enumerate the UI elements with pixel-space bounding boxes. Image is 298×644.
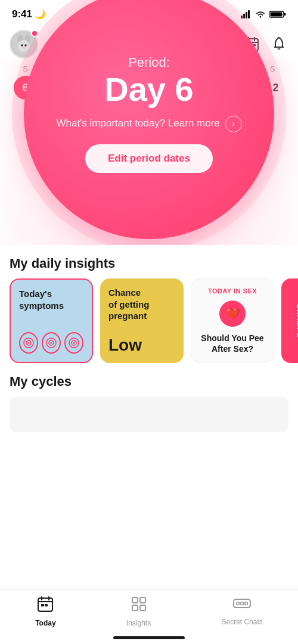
svg-point-12 xyxy=(21,44,23,47)
learn-more-text: What's important today? Learn more › xyxy=(56,116,241,132)
secret-chats-nav-icon xyxy=(232,597,252,615)
status-icons xyxy=(241,10,286,18)
cycles-placeholder xyxy=(10,397,288,432)
insights-nav-icon xyxy=(131,596,147,617)
day-big-label: Day 6 xyxy=(104,73,193,106)
cycles-section-title: My cycles xyxy=(0,363,298,397)
svg-point-27 xyxy=(28,342,30,344)
nav-secret-chats[interactable]: Secret Chats xyxy=(221,597,262,626)
pregnant-card-value: Low xyxy=(108,336,175,355)
symptom-icon-3 xyxy=(64,332,83,354)
moon-icon: 🌙 xyxy=(35,9,46,20)
symptoms-card[interactable]: Today's symptoms xyxy=(10,278,93,363)
bell-icon[interactable] xyxy=(269,35,288,54)
bottom-nav: Today Insights Secret Chats xyxy=(0,589,298,644)
symptoms-icons-row xyxy=(19,332,83,354)
outer-glow: Period: Day 6 What's important today? Le… xyxy=(12,0,286,251)
svg-point-47 xyxy=(245,602,248,605)
battery-icon xyxy=(269,10,286,18)
svg-rect-42 xyxy=(132,605,138,611)
svg-point-45 xyxy=(237,602,240,605)
svg-point-14 xyxy=(23,47,25,48)
today-nav-label: Today xyxy=(35,619,55,627)
svg-rect-41 xyxy=(140,597,145,603)
svg-point-33 xyxy=(73,342,75,344)
sex-card-heart-icon: ❤️ xyxy=(219,301,246,327)
svg-point-30 xyxy=(51,342,52,344)
insights-nav-label: Insights xyxy=(126,619,151,627)
svg-rect-39 xyxy=(45,604,48,606)
pregnant-card[interactable]: Chanceof gettingpregnant Low xyxy=(100,278,184,363)
today-nav-icon xyxy=(37,596,54,617)
daily-insights-title: My daily insights xyxy=(0,245,298,278)
period-label: Period: xyxy=(128,55,170,70)
svg-point-4 xyxy=(260,16,262,18)
symptom-icon-2 xyxy=(42,332,61,354)
symptoms-card-title: Today's symptoms xyxy=(19,288,83,311)
svg-rect-6 xyxy=(271,13,283,17)
wifi-icon xyxy=(255,10,266,18)
svg-rect-38 xyxy=(41,604,44,606)
svg-point-13 xyxy=(24,44,27,47)
cramps-card[interactable]: CRAMPS xyxy=(281,278,298,363)
svg-rect-7 xyxy=(284,13,286,16)
cramps-card-text: CRAMPS xyxy=(295,304,298,338)
svg-rect-3 xyxy=(248,10,250,18)
svg-point-46 xyxy=(241,602,244,605)
cycle-circle: Period: Day 6 What's important today? Le… xyxy=(24,0,274,239)
nav-today[interactable]: Today xyxy=(35,596,55,627)
home-indicator xyxy=(113,636,185,639)
sex-card-text: Should You Pee After Sex? xyxy=(200,333,265,354)
secret-chats-nav-label: Secret Chats xyxy=(221,618,262,626)
insights-cards-row: Today's symptoms xyxy=(0,278,298,363)
sex-card[interactable]: TODAY IN SEX ❤️ Should You Pee After Sex… xyxy=(191,278,274,363)
symptom-icon-1 xyxy=(19,332,38,354)
svg-rect-43 xyxy=(140,605,145,611)
status-time: 9:41 xyxy=(12,8,32,20)
svg-rect-40 xyxy=(132,597,138,603)
edit-period-button[interactable]: Edit period dates xyxy=(85,144,213,173)
nav-insights[interactable]: Insights xyxy=(126,596,151,627)
learn-more-arrow[interactable]: › xyxy=(225,116,242,132)
sex-card-badge: TODAY IN SEX xyxy=(208,287,257,295)
pregnant-card-title: Chanceof gettingpregnant xyxy=(108,287,175,322)
